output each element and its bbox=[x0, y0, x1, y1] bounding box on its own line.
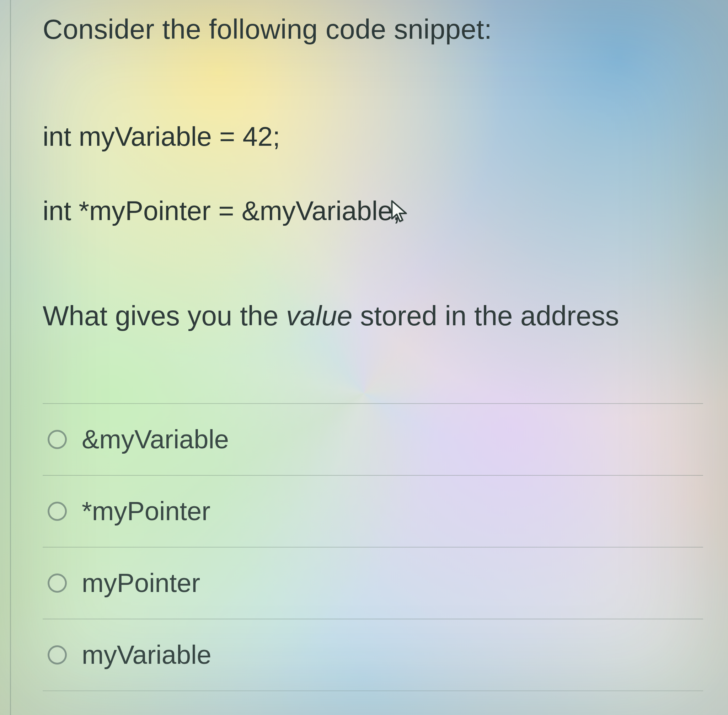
answer-choice[interactable]: myPointer bbox=[43, 547, 703, 618]
question-prompt: Consider the following code snippet: bbox=[43, 11, 703, 48]
question-text-italic: value bbox=[286, 300, 352, 331]
answer-choice[interactable]: &myVariable bbox=[43, 403, 703, 475]
card-left-edge bbox=[10, 0, 11, 715]
radio-icon[interactable] bbox=[48, 502, 67, 521]
radio-icon[interactable] bbox=[48, 645, 67, 665]
code-snippet: int myVariable = 42; int *myPointer = &m… bbox=[43, 119, 703, 229]
choice-label: myVariable bbox=[82, 640, 211, 670]
code-line-2: int *myPointer = &myVariable; bbox=[43, 193, 703, 229]
radio-icon[interactable] bbox=[48, 573, 67, 593]
radio-icon[interactable] bbox=[48, 430, 67, 449]
answer-choice[interactable]: *myPointer bbox=[43, 475, 703, 547]
code-line-1: int myVariable = 42; bbox=[43, 119, 703, 154]
answer-choice[interactable]: myVariable bbox=[43, 618, 703, 691]
question-text-prefix: What gives you the bbox=[43, 300, 286, 331]
choice-label: &myVariable bbox=[82, 424, 229, 454]
question-text: What gives you the value stored in the a… bbox=[43, 300, 703, 332]
question-text-suffix: stored in the address bbox=[352, 300, 619, 331]
choice-label: *myPointer bbox=[82, 496, 210, 526]
choice-label: myPointer bbox=[82, 568, 200, 598]
answer-choices: &myVariable *myPointer myPointer myVaria… bbox=[43, 403, 703, 691]
question-card: Consider the following code snippet: int… bbox=[43, 11, 703, 691]
